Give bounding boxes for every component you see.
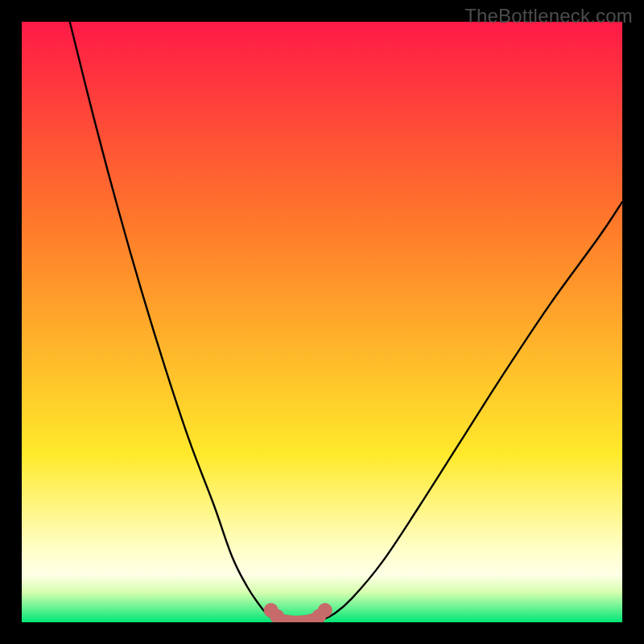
bottleneck-chart — [22, 22, 622, 622]
gradient-background — [22, 22, 622, 622]
plot-area — [22, 22, 622, 622]
watermark-text: TheBottleneck.com — [464, 5, 633, 27]
stage: TheBottleneck.com — [0, 0, 644, 644]
trough-marker-dot — [318, 603, 332, 617]
